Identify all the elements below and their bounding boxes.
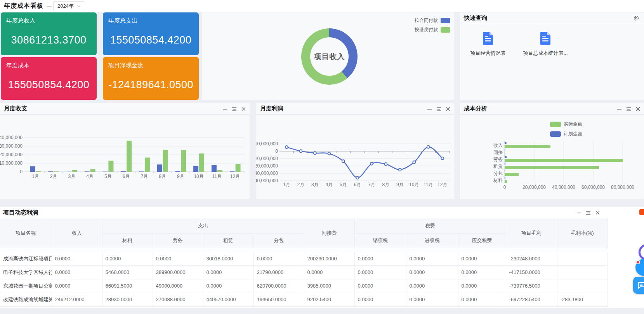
kpi-total-income: 年度总收入 30861213.3700 [1,12,97,55]
cell-payable_tax: 0.0000 [458,265,506,279]
col-margin[interactable]: 毛利率(%) [557,218,608,248]
col-labor[interactable]: 劳务 [153,233,203,248]
cell-indirect: 9202.5400 [304,293,354,306]
menu-icon[interactable] [231,106,237,112]
table-row[interactable]: 电子科技大学区域人行0.00005460.0000389900.00000.00… [0,265,608,279]
svg-text:40,000,000: 40,000,000 [0,135,23,140]
table-row[interactable]: 改建铁路成渝线增建第246212.000028930.0000270088.00… [0,293,608,306]
svg-text:5月: 5月 [340,182,347,187]
menu-icon[interactable] [436,106,442,112]
table-row[interactable]: 东城花园一期项目公寓0.000066091.500049000.00000.00… [0,279,608,293]
svg-text:12月: 12月 [437,182,447,187]
cell-indirect: 3985.0000 [304,279,354,293]
close-icon[interactable] [241,106,246,112]
cell-material: 66091.5000 [102,279,153,293]
close-icon[interactable] [445,106,451,112]
topbar: 年度成本看板 — 2024年 [0,0,644,12]
svg-text:9月: 9月 [396,182,404,187]
quick-item-label: 项目经营情况表 [470,50,506,57]
svg-text:-30,000,000: -30,000,000 [256,171,278,176]
edge-widget-icon[interactable] [639,209,644,215]
svg-text:10,000,000: 10,000,000 [0,160,23,166]
col-material[interactable]: 材料 [102,233,153,248]
minimize-icon[interactable] [616,106,622,112]
cell-output_tax: 0.0000 [354,293,406,306]
title-divider: — [47,3,52,9]
close-icon[interactable] [595,210,601,216]
col-output-tax[interactable]: 销项税 [354,233,406,248]
cell-material: 0.0000 [102,252,153,265]
legend-item[interactable]: 计划金额 [550,131,582,137]
kpi-value: -124189641.0500 [103,79,199,91]
table-row[interactable]: 成渝高铁内江标段项目0.00000.00000.000030018.00000.… [0,252,608,265]
svg-text:11月: 11月 [212,174,222,179]
cell-labor: 270088.0000 [153,293,203,306]
close-icon[interactable] [635,106,641,112]
cell-labor: 0.0000 [153,252,203,265]
gear-icon[interactable] [633,15,639,23]
kpi-value: 30861213.3700 [1,34,97,46]
svg-text:7月: 7月 [141,174,148,179]
svg-text:7月: 7月 [368,182,375,187]
svg-text:30,000,000: 30,000,000 [0,143,23,149]
cell-output_tax: 0.0000 [354,265,406,279]
cell-labor: 389900.0000 [153,265,203,279]
cell-gross: -230248.0000 [506,252,557,265]
svg-text:-40,000,000: -40,000,000 [256,178,278,183]
menu-icon[interactable] [585,210,591,216]
cell-subcontract: 620700.0000 [253,279,304,293]
charts-row: 月度收支 010,000,00020,000,00030,000,00040,0… [0,103,644,199]
chat-button[interactable] [633,277,644,294]
col-group-expense[interactable]: 支出 [102,218,304,233]
col-payable-tax[interactable]: 应交税费 [458,233,506,248]
monthly-balance-chart[interactable]: 010,000,00020,000,00030,000,00040,000,00… [0,103,250,199]
minimize-icon[interactable] [427,106,432,112]
cell-output_tax: 0.0000 [354,252,406,265]
monthly-profit-panel: 月度利润 10,000,0000-10,000,000-20,000,000-3… [256,103,454,199]
kpi-net-cashflow: 项目净现金流 -124189641.0500 [103,57,199,100]
cell-margin [557,279,608,293]
dynamic-profit-panel: 项目动态利润 项目名称 收入 支出 间接费 税费 项目毛利 毛利率(%) 材料 [0,207,644,308]
col-group-tax[interactable]: 税费 [354,218,506,233]
svg-text:12月: 12月 [230,174,240,179]
legend-label: 实际金额 [564,121,582,127]
col-project-name[interactable]: 项目名称 [0,218,52,248]
svg-text:4月: 4月 [325,182,333,187]
col-gross[interactable]: 项目毛利 [506,218,557,248]
minimize-icon[interactable] [222,106,228,112]
legend-swatch [550,122,561,127]
minimize-icon[interactable] [576,210,582,216]
menu-icon[interactable] [626,106,632,112]
cell-input_tax: 0.0000 [406,252,458,265]
col-income[interactable]: 收入 [52,218,102,248]
svg-text:1月: 1月 [32,174,39,179]
document-icon [538,31,553,46]
table-body: 成渝高铁内江标段项目0.00000.00000.000030018.00000.… [0,248,608,306]
col-subcontract[interactable]: 分包 [253,233,304,248]
window-controls [616,106,641,112]
quick-item-report-2[interactable]: 项目总成本统计表... [527,31,564,57]
legend-label: 按合同付款 [415,17,438,24]
legend-item[interactable]: 实际金额 [550,121,582,127]
monthly-balance-panel: 月度收支 010,000,00020,000,00030,000,00040,0… [0,103,250,199]
svg-text:40,000,000: 40,000,000 [552,185,575,190]
svg-text:6月: 6月 [123,174,130,179]
year-select[interactable]: 2024年 [53,1,84,11]
project-income-donut-panel: 按合同付款 按进度付款 项目收入 [202,12,454,100]
notification-dot [636,260,640,264]
monthly-profit-chart[interactable]: 10,000,0000-10,000,000-20,000,000-30,000… [256,103,454,199]
col-input-tax[interactable]: 进项税 [406,233,458,248]
donut-chart[interactable]: 项目收入 [301,28,358,85]
svg-text:1月: 1月 [283,182,290,187]
kpi-annual-cost: 年度成本 155050854.4200 [1,57,97,100]
quick-item-report-1[interactable]: 项目经营情况表 [469,31,507,57]
cell-rent: 0.0000 [203,279,253,293]
legend-item[interactable]: 按进度付款 [415,26,450,33]
cost-analysis-chart[interactable]: 020,000,00040,000,00060,000,00080,000,00… [460,103,644,199]
legend-item[interactable]: 按合同付款 [415,17,450,24]
col-rent[interactable]: 租赁 [203,233,253,248]
col-indirect[interactable]: 间接费 [304,218,354,248]
kpi-label: 年度成本 [6,62,91,69]
svg-text:间接: 间接 [493,150,503,155]
cell-name: 东城花园一期项目公寓 [0,279,52,293]
